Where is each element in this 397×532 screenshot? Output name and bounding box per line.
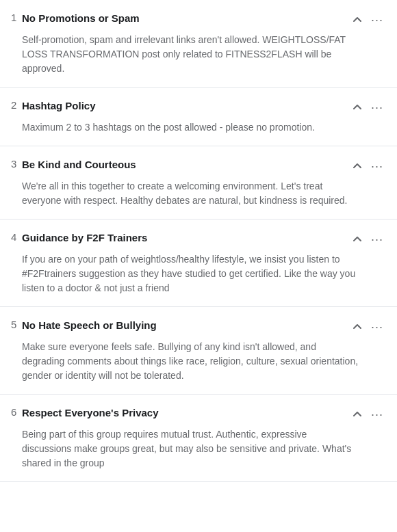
rule-more-button-1[interactable]: ···: [368, 12, 386, 27]
rule-header-left-6: 6 Respect Everyone's Privacy: [0, 405, 344, 420]
rule-more-button-3[interactable]: ···: [368, 159, 386, 174]
rule-header-3: 3 Be Kind and Courteous ···: [0, 157, 386, 174]
rule-collapse-button-2[interactable]: [349, 101, 366, 114]
more-dots-icon: ···: [371, 14, 383, 26]
rule-header-4: 4 Guidance by F2F Trainers ···: [0, 230, 386, 247]
rule-item-4: 4 Guidance by F2F Trainers ··· If you ar…: [0, 220, 397, 307]
chevron-up-icon: [352, 102, 363, 113]
rule-description-6: Being part of this group requires mutual…: [0, 427, 386, 470]
rule-actions-6: ···: [349, 405, 386, 422]
more-dots-icon: ···: [371, 321, 383, 333]
rule-number-6: 6: [0, 405, 22, 418]
rule-header-left-2: 2 Hashtag Policy: [0, 98, 344, 113]
rule-collapse-button-4[interactable]: [349, 232, 366, 246]
rules-list: 1 No Promotions or Spam ··· Self-promoti…: [0, 0, 397, 482]
rule-description-4: If you are on your path of weightloss/he…: [0, 252, 386, 295]
rule-number-1: 1: [0, 11, 22, 23]
chevron-up-icon: [352, 161, 363, 172]
rule-collapse-button-3[interactable]: [349, 159, 366, 173]
rule-actions-4: ···: [349, 230, 386, 247]
rule-description-1: Self-promotion, spam and irrelevant link…: [0, 33, 386, 76]
rule-header-left-1: 1 No Promotions or Spam: [0, 11, 344, 25]
rule-description-5: Make sure everyone feels safe. Bullying …: [0, 340, 386, 383]
rule-item-1: 1 No Promotions or Spam ··· Self-promoti…: [0, 0, 397, 88]
rule-more-button-6[interactable]: ···: [368, 407, 386, 422]
chevron-up-icon: [352, 409, 363, 420]
rule-number-5: 5: [0, 318, 22, 330]
chevron-up-icon: [352, 14, 363, 25]
rule-item-2: 2 Hashtag Policy ··· Maximum 2 to 3 hash…: [0, 88, 397, 146]
rule-item-6: 6 Respect Everyone's Privacy ··· Being p…: [0, 395, 397, 482]
rule-more-button-4[interactable]: ···: [368, 232, 386, 247]
rule-title-1: No Promotions or Spam: [22, 11, 344, 25]
rule-actions-3: ···: [349, 157, 386, 174]
rule-number-3: 3: [0, 157, 22, 170]
rule-title-3: Be Kind and Courteous: [22, 157, 344, 172]
rule-actions-5: ···: [349, 318, 386, 334]
rule-collapse-button-5[interactable]: [349, 320, 366, 334]
rule-header-6: 6 Respect Everyone's Privacy ···: [0, 405, 386, 422]
more-dots-icon: ···: [371, 408, 383, 421]
rule-header-5: 5 No Hate Speech or Bullying ···: [0, 318, 386, 334]
rule-header-left-5: 5 No Hate Speech or Bullying: [0, 318, 344, 332]
rule-collapse-button-6[interactable]: [349, 408, 366, 421]
rule-header-1: 1 No Promotions or Spam ···: [0, 11, 386, 27]
rule-more-button-2[interactable]: ···: [368, 100, 386, 115]
chevron-up-icon: [352, 321, 363, 332]
chevron-up-icon: [352, 234, 363, 245]
more-dots-icon: ···: [371, 160, 383, 172]
rule-title-6: Respect Everyone's Privacy: [22, 405, 344, 420]
more-dots-icon: ···: [371, 101, 383, 114]
rule-more-button-5[interactable]: ···: [368, 319, 386, 334]
rule-header-left-3: 3 Be Kind and Courteous: [0, 157, 344, 172]
rule-number-2: 2: [0, 98, 22, 111]
rule-header-left-4: 4 Guidance by F2F Trainers: [0, 230, 344, 245]
rule-header-2: 2 Hashtag Policy ···: [0, 98, 386, 115]
rule-item-5: 5 No Hate Speech or Bullying ··· Make su…: [0, 307, 397, 395]
rule-number-4: 4: [0, 230, 22, 243]
rule-actions-2: ···: [349, 98, 386, 115]
rule-title-2: Hashtag Policy: [22, 98, 344, 113]
rule-description-2: Maximum 2 to 3 hashtags on the post allo…: [0, 120, 386, 135]
rule-actions-1: ···: [349, 11, 386, 27]
rule-item-3: 3 Be Kind and Courteous ··· We're all in…: [0, 146, 397, 220]
more-dots-icon: ···: [371, 233, 383, 245]
rule-description-3: We're all in this together to create a w…: [0, 179, 386, 208]
rule-title-5: No Hate Speech or Bullying: [22, 318, 344, 332]
rule-title-4: Guidance by F2F Trainers: [22, 230, 344, 245]
rule-collapse-button-1[interactable]: [349, 13, 366, 27]
